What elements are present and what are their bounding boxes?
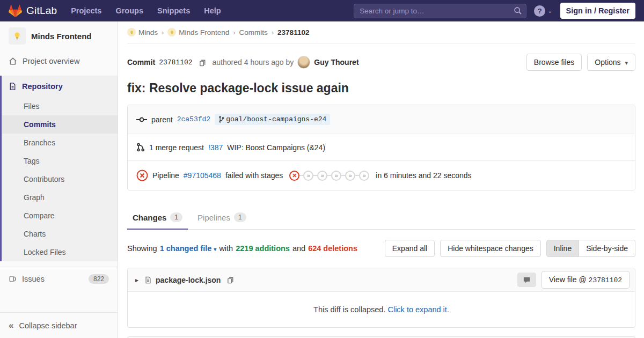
sidebar-item-label: Issues [22,275,45,283]
sidebar-item-label: Project overview [23,57,79,65]
view-file-button[interactable]: View file @ 23781102 [541,271,630,289]
nav-help[interactable]: Help [204,6,221,15]
sidebar-item-repository[interactable]: Repository [2,76,118,97]
sidebar-item-project-overview[interactable]: Project overview [0,51,118,71]
stage-connector [327,175,331,176]
sidebar-item-contributors[interactable]: Contributors [2,170,118,188]
diff-stats-text: Showing 1 changed file ▾ with 2219 addit… [127,244,357,253]
nav-projects[interactable]: Projects [71,6,101,15]
help-dropdown[interactable]: ? ⌄ [534,5,552,17]
showing-label: Showing [127,244,157,253]
parent-sha-link[interactable]: 2ca53fd2 [177,115,210,123]
search-icon[interactable] [514,6,522,15]
nav-groups[interactable]: Groups [115,6,143,15]
tab-pipelines-count: 1 [234,212,246,222]
collapse-sidebar-label: Collapse sidebar [19,321,77,330]
options-dropdown-button[interactable]: Options ▾ [587,54,635,71]
breadcrumb-commits-label: Commits [239,28,268,36]
chevron-down-icon: ⌄ [547,8,552,14]
browse-files-button[interactable]: Browse files [526,54,582,71]
sidebar-section-repository: Repository Files Commits Branches Tags C… [0,76,118,261]
stage-connector [313,175,317,176]
copy-file-path-button[interactable] [226,276,235,284]
sidebar-item-graph[interactable]: Graph [2,188,118,207]
diff-file-header: ▸ package-lock.json [128,268,635,292]
pipeline-failed-icon [136,170,148,181]
nav-snippets[interactable]: Snippets [157,6,190,15]
sign-in-button[interactable]: Sign in / Register [560,3,635,19]
stage-skipped-icon[interactable]: » [317,171,327,181]
issues-icon [9,275,17,283]
diff-actions: Expand all Hide whitespace changes Inlin… [385,240,635,257]
diff-file-box: ▸ package-lock.json [127,268,635,328]
changed-files-dropdown[interactable]: 1 changed file ▾ [160,244,217,253]
sidebar-item-branches[interactable]: Branches [2,134,118,152]
search-input[interactable] [354,4,526,18]
breadcrumb-group-label: Minds [138,28,158,36]
document-icon [9,82,17,91]
sidebar-item-locked-files[interactable]: Locked Files [2,243,118,261]
sidebar-item-issues[interactable]: Issues 822 [0,267,118,290]
home-icon [9,57,17,65]
top-navbar: GitLab Projects Groups Snippets Help ? ⌄… [0,0,644,21]
navbar-right: ? ⌄ Sign in / Register [354,3,635,19]
breadcrumb-project[interactable]: Minds Frontend [167,28,229,36]
breadcrumb-separator: › [233,28,235,36]
copy-commit-sha-button[interactable] [199,58,207,67]
view-file-sha: 23781102 [589,276,622,284]
tab-pipelines[interactable]: Pipelines 1 [192,206,252,229]
pipeline-duration: in 6 minutes and 22 seconds [376,171,471,180]
stage-skipped-icon[interactable]: » [331,171,341,181]
stage-skipped-icon[interactable]: » [345,171,355,181]
caret-right-icon[interactable]: ▸ [133,275,141,285]
gitlab-logo[interactable]: GitLab [9,4,57,18]
breadcrumb-separator: › [162,28,164,36]
commit-meta-row: Commit 23781102 authored 4 hours ago by … [127,54,635,71]
sidebar-item-compare[interactable]: Compare [2,207,118,225]
stage-connector [341,175,345,176]
pipeline-id-link[interactable]: #97105468 [184,171,221,180]
commit-sha: 23781102 [159,58,192,67]
pipeline-mini-graph: ✕ » » » » » [289,171,369,181]
changed-files-label: 1 changed file [160,244,212,253]
breadcrumb-current-sha: 23781102 [277,28,309,36]
stage-connector [299,175,303,176]
with-label: with [219,244,233,253]
merge-request-link[interactable]: !387 [208,143,223,152]
caret-down-icon: ▾ [625,60,628,66]
branch-ref-label[interactable]: goal/boost-campaigns-e24 [215,114,330,125]
issues-count-badge: 822 [89,274,109,284]
expand-all-button[interactable]: Expand all [385,240,435,257]
inline-view-button[interactable]: Inline [546,240,579,257]
author-avatar[interactable] [297,56,310,69]
collapse-sidebar-button[interactable]: « Collapse sidebar [0,312,118,338]
side-by-side-view-button[interactable]: Side-by-side [579,240,635,257]
author-name[interactable]: Guy Thouret [314,58,358,67]
parent-label: parent [151,115,173,124]
brand-text: GitLab [26,5,57,17]
toggle-comments-button[interactable] [517,273,536,287]
expand-diff-link[interactable]: Click to expand it. [387,305,449,314]
sidebar-item-charts[interactable]: Charts [2,225,118,243]
sidebar-item-commits[interactable]: Commits [2,115,118,134]
main-content: Minds › Minds Frontend › Commits › 23781… [119,21,644,338]
sidebar-item-tags[interactable]: Tags [2,152,118,170]
pipeline-label: Pipeline [152,171,179,180]
double-chevron-left-icon: « [9,320,13,331]
stage-failed-icon[interactable]: ✕ [289,171,299,181]
stage-skipped-icon[interactable]: » [303,171,313,181]
nav-menu: Projects Groups Snippets Help [71,6,221,15]
sidebar-item-files[interactable]: Files [2,97,118,115]
breadcrumb-group[interactable]: Minds [127,28,158,36]
tab-changes-count: 1 [170,212,182,222]
commit-title: fix: Resolve package-lock issue again [127,81,635,95]
file-name[interactable]: package-lock.json [156,276,221,284]
tab-changes[interactable]: Changes 1 [127,206,188,229]
hide-whitespace-button[interactable]: Hide whitespace changes [440,240,541,257]
stage-skipped-icon[interactable]: » [359,171,369,181]
project-context-header[interactable]: Minds Frontend [0,21,118,51]
breadcrumb-commits[interactable]: Commits [239,28,268,36]
commit-actions: Browse files Options ▾ [526,54,635,71]
comment-icon [523,276,531,284]
merge-request-row: 1 merge request !387 WIP: Boost Campaign… [128,134,635,161]
